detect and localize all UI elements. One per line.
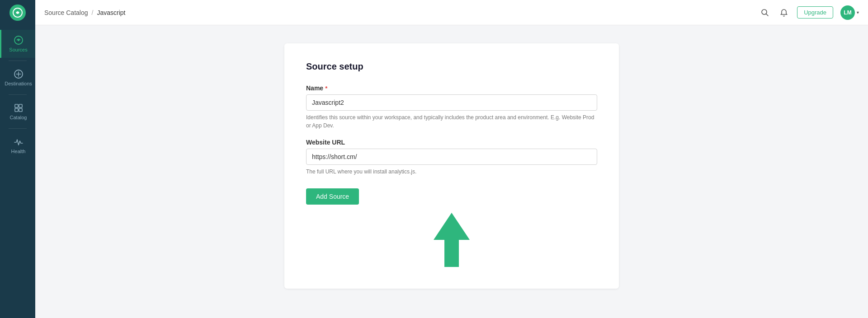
search-icon — [761, 9, 769, 17]
url-input[interactable] — [306, 149, 597, 165]
svg-line-2 — [766, 14, 769, 16]
name-hint: Identifies this source within your works… — [306, 113, 597, 130]
sidebar-item-catalog[interactable]: Catalog — [0, 98, 35, 126]
url-hint: The full URL where you will install anal… — [306, 168, 597, 176]
bell-icon — [780, 9, 788, 17]
app-header: Source Catalog / Javascript Upgrade LM ▾ — [0, 0, 868, 25]
source-setup-card: Source setup Name * Identifies this sour… — [284, 43, 619, 289]
notifications-button[interactable] — [778, 7, 790, 19]
name-input[interactable] — [306, 94, 597, 111]
breadcrumb: Source Catalog / Javascript — [35, 9, 125, 16]
name-label: Name * — [306, 84, 597, 92]
svg-point-4 — [18, 39, 19, 41]
catalog-icon — [14, 103, 24, 113]
add-source-button[interactable]: Add Source — [306, 188, 359, 205]
nav-divider-2 — [9, 94, 27, 95]
url-field-group: Website URL The full URL where you will … — [306, 139, 597, 176]
destinations-icon — [14, 69, 24, 79]
card-title: Source setup — [306, 61, 597, 72]
sidebar-item-catalog-label: Catalog — [10, 115, 27, 120]
sidebar-item-health[interactable]: Health — [0, 131, 35, 159]
sidebar: Sources Destinations Catalog — [0, 25, 35, 318]
main-layout: Sources Destinations Catalog — [0, 25, 868, 318]
arrow-annotation-container — [306, 209, 597, 267]
svg-marker-10 — [434, 213, 470, 267]
sources-icon — [14, 35, 24, 45]
svg-rect-8 — [15, 108, 18, 112]
svg-rect-7 — [19, 104, 22, 108]
nav-divider-3 — [9, 128, 27, 129]
nav-divider-1 — [9, 61, 27, 61]
header-right: Upgrade LM ▾ — [759, 5, 859, 20]
search-button[interactable] — [759, 7, 771, 19]
required-star: * — [325, 85, 327, 92]
breadcrumb-parent-link[interactable]: Source Catalog — [44, 9, 88, 16]
avatar-dropdown[interactable]: LM ▾ — [840, 5, 859, 20]
chevron-down-icon: ▾ — [857, 10, 859, 15]
avatar: LM — [840, 5, 855, 20]
health-icon — [14, 137, 24, 147]
header-left: Source Catalog / Javascript — [0, 0, 125, 25]
svg-rect-9 — [19, 108, 22, 112]
content-wrapper: Source setup Name * Identifies this sour… — [44, 43, 859, 289]
sidebar-item-health-label: Health — [11, 149, 26, 154]
breadcrumb-separator: / — [92, 9, 94, 16]
svg-rect-6 — [15, 104, 18, 108]
url-label: Website URL — [306, 139, 597, 146]
sidebar-item-destinations[interactable]: Destinations — [0, 64, 35, 92]
sidebar-item-sources-label: Sources — [9, 47, 27, 52]
logo-icon — [9, 5, 26, 21]
breadcrumb-current: Javascript — [97, 9, 125, 16]
logo-area — [0, 0, 35, 25]
name-field-group: Name * Identifies this source within you… — [306, 84, 597, 130]
upgrade-button[interactable]: Upgrade — [797, 6, 833, 19]
sidebar-item-sources[interactable]: Sources — [0, 30, 35, 58]
arrow-annotation-icon — [434, 213, 470, 267]
sidebar-item-destinations-label: Destinations — [5, 81, 32, 86]
main-content: Source setup Name * Identifies this sour… — [35, 25, 868, 318]
